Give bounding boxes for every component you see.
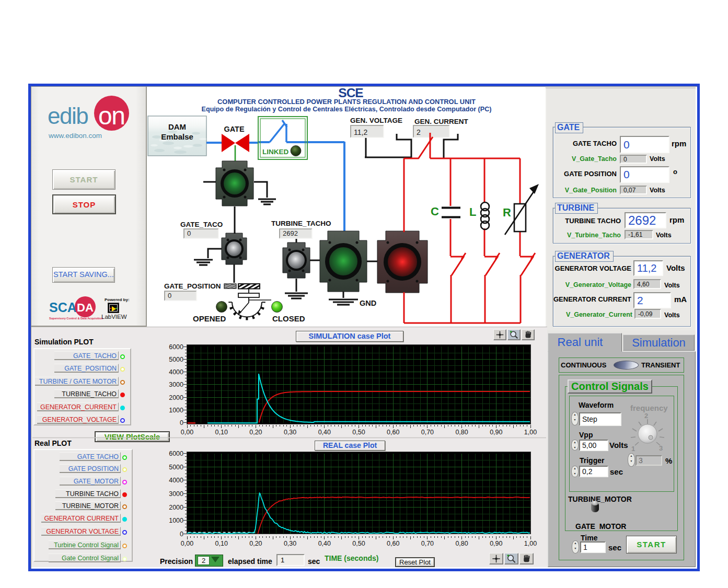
svg-text:0,20: 0,20 (249, 429, 262, 436)
svg-text:0,10: 0,10 (215, 429, 228, 436)
svg-text:0,50: 0,50 (352, 540, 365, 547)
svg-text:DAM: DAM (168, 122, 186, 131)
svg-text:0,80: 0,80 (455, 429, 468, 436)
svg-text:1000: 1000 (169, 517, 183, 524)
svg-text:2000: 2000 (169, 394, 183, 401)
svg-text:LINKED: LINKED (262, 148, 289, 156)
svg-text:GATE_TACO: GATE_TACO (180, 221, 223, 228)
svg-text:0,00: 0,00 (181, 429, 193, 436)
svg-text:L: L (469, 205, 476, 218)
svg-text:0,00: 0,00 (181, 540, 193, 547)
svg-text:0: 0 (168, 292, 171, 299)
svg-text:11,2: 11,2 (354, 128, 367, 136)
svg-text:5000: 5000 (169, 356, 183, 363)
svg-text:2692: 2692 (283, 229, 298, 237)
svg-text:Equipo de Regulación y Control: Equipo de Regulación y Control de Centra… (202, 106, 492, 113)
svg-text:0,20: 0,20 (249, 540, 262, 547)
svg-text:C: C (431, 205, 439, 218)
svg-text:0,50: 0,50 (352, 429, 365, 436)
svg-text:0: 0 (180, 531, 183, 538)
svg-text:0: 0 (180, 419, 183, 426)
svg-text:OPENED: OPENED (193, 314, 226, 323)
svg-text:0,30: 0,30 (284, 540, 296, 547)
svg-text:GND: GND (360, 299, 376, 307)
svg-text:Embalse: Embalse (161, 132, 193, 141)
svg-text:CLOSED: CLOSED (272, 314, 305, 323)
svg-text:4000: 4000 (169, 368, 183, 376)
svg-text:0,70: 0,70 (421, 429, 434, 436)
svg-text:0,70: 0,70 (421, 540, 434, 547)
svg-text:0,40: 0,40 (318, 540, 331, 547)
svg-text:GATE: GATE (224, 125, 245, 133)
svg-text:0,60: 0,60 (387, 540, 399, 547)
svg-text:0,40: 0,40 (318, 429, 331, 436)
svg-text:GEN. CURRENT: GEN. CURRENT (414, 118, 469, 125)
svg-text:1,00: 1,00 (524, 540, 537, 547)
svg-text:0,60: 0,60 (387, 429, 399, 436)
svg-text:0,30: 0,30 (284, 429, 296, 436)
svg-text:0: 0 (187, 229, 191, 237)
svg-text:5000: 5000 (169, 464, 183, 471)
svg-text:0,90: 0,90 (490, 429, 502, 436)
svg-text:1000: 1000 (169, 407, 183, 414)
svg-text:1,00: 1,00 (524, 429, 537, 436)
svg-text:0,90: 0,90 (490, 540, 502, 547)
svg-text:2000: 2000 (169, 504, 183, 511)
svg-text:COMPUTER CONTROLLED POWER PLAN: COMPUTER CONTROLLED POWER PLANTS REGULAT… (217, 98, 476, 106)
svg-text:2: 2 (417, 128, 421, 136)
svg-text:3000: 3000 (169, 490, 183, 498)
svg-text:0,10: 0,10 (215, 540, 228, 547)
svg-text:GATE_POSITION: GATE_POSITION (164, 282, 221, 290)
svg-text:3000: 3000 (169, 381, 183, 388)
svg-text:6000: 6000 (169, 450, 183, 457)
svg-text:4000: 4000 (169, 477, 183, 484)
svg-text:GEN. VOLTAGE: GEN. VOLTAGE (350, 117, 402, 124)
svg-text:TURBINE_TACHO: TURBINE_TACHO (271, 220, 331, 227)
svg-text:6000: 6000 (169, 343, 183, 351)
svg-text:0,80: 0,80 (455, 540, 468, 547)
svg-text:R: R (503, 206, 511, 219)
